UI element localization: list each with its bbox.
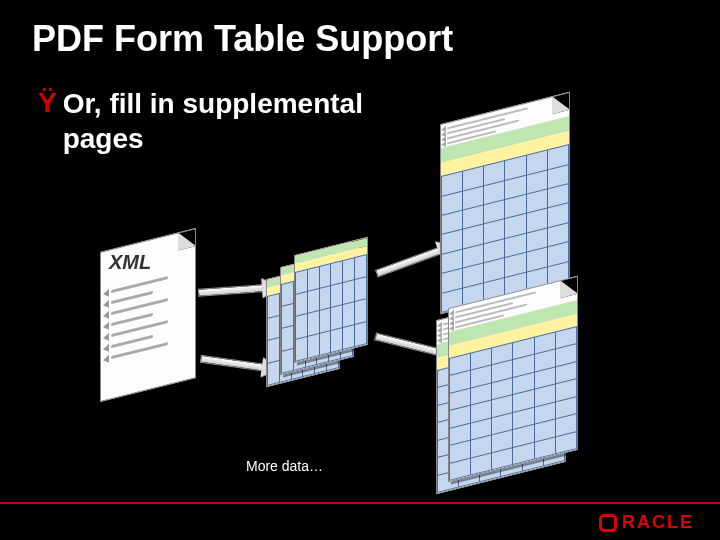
oracle-logo-icon: RACLE [599,512,694,533]
bullet-text: Or, fill in supplemental pages [63,86,403,156]
arrow-icon [198,287,276,292]
output-page-stack-icon [436,292,606,492]
bullet-icon: Ÿ [38,86,57,120]
slide: PDF Form Table Support Ÿ Or, fill in sup… [0,0,720,540]
output-page-icon [448,276,578,482]
output-page-icon [440,92,570,314]
footer: RACLE [0,502,720,540]
diagram: XML [80,150,640,470]
slide-title: PDF Form Table Support [32,18,453,60]
diagram-caption: More data… [246,458,323,474]
xml-lines-icon [111,271,187,390]
bullet-item: Ÿ Or, fill in supplemental pages [38,86,403,156]
oracle-logo-text: RACLE [622,512,694,533]
arrow-icon [200,359,275,370]
table-page-icon [294,237,368,363]
xml-source-page-icon: XML [100,228,196,402]
xml-label: XML [109,251,151,274]
